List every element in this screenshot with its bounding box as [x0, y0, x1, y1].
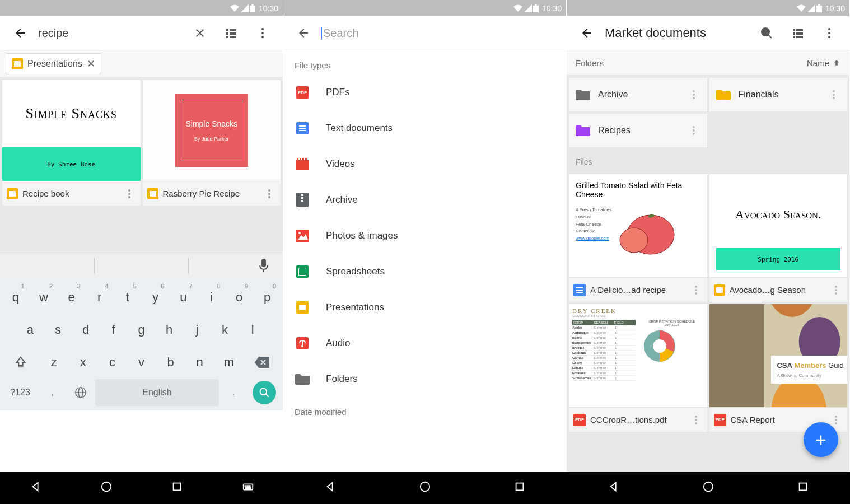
filetype-archive[interactable]: Archive: [283, 182, 566, 218]
view-toggle-button[interactable]: [218, 20, 245, 46]
filetype-audio[interactable]: Audio: [283, 325, 566, 361]
key-v[interactable]: v: [127, 347, 155, 378]
mic-button[interactable]: [253, 255, 275, 277]
key-j[interactable]: j: [184, 314, 211, 346]
filetype-folders[interactable]: Folders: [283, 361, 566, 397]
key-i[interactable]: i8: [198, 282, 225, 313]
backspace-key[interactable]: [244, 347, 281, 378]
nav-recent[interactable]: [797, 480, 809, 495]
key-h[interactable]: h: [156, 314, 183, 346]
item-overflow[interactable]: [687, 88, 700, 101]
filetype-icon: [295, 192, 310, 208]
status-bar: 10:30: [0, 0, 283, 16]
key-l[interactable]: l: [239, 314, 266, 346]
item-overflow[interactable]: [689, 283, 703, 297]
chip-remove[interactable]: ✕: [87, 58, 95, 70]
filetype-text-documents[interactable]: Text documents: [283, 110, 566, 146]
key-y[interactable]: y6: [142, 282, 169, 313]
back-button[interactable]: [7, 20, 34, 46]
back-button[interactable]: [290, 20, 317, 46]
nav-back[interactable]: [29, 480, 41, 495]
spacebar[interactable]: English: [95, 379, 219, 406]
nav-home[interactable]: [100, 480, 113, 495]
item-overflow[interactable]: [123, 187, 136, 200]
item-overflow[interactable]: [263, 187, 276, 200]
key-c[interactable]: c: [98, 347, 126, 378]
result-card[interactable]: Simple Snacks By Shree Bose Recipe book: [2, 80, 141, 206]
nav-keyboard-icon[interactable]: [242, 480, 254, 495]
back-button[interactable]: [573, 20, 600, 46]
item-overflow[interactable]: [827, 88, 840, 101]
key-k[interactable]: k: [212, 314, 239, 346]
language-key[interactable]: [67, 379, 94, 406]
filetype-presentations[interactable]: Presentations: [283, 290, 566, 325]
key-u[interactable]: u7: [170, 282, 197, 313]
key-e[interactable]: e3: [58, 282, 85, 313]
key-d[interactable]: d: [72, 314, 99, 346]
filter-chip-presentations[interactable]: Presentations ✕: [6, 53, 101, 74]
file-card[interactable]: CSA Members GuidA Growing CommunityPDFCS…: [709, 304, 848, 432]
search-button[interactable]: [753, 20, 780, 46]
file-card[interactable]: Grilled Tomato Salad with Feta Cheese4 F…: [569, 174, 707, 302]
nav-recent[interactable]: [513, 480, 526, 495]
key-a[interactable]: a: [17, 314, 44, 346]
result-card[interactable]: Simple SnacksBy Jude Parker Rasberry Pie…: [143, 80, 281, 206]
comma-key[interactable]: ,: [39, 379, 66, 406]
svg-point-9: [268, 193, 270, 195]
key-n[interactable]: n: [186, 347, 214, 378]
key-z[interactable]: z: [40, 347, 68, 378]
svg-point-57: [835, 292, 837, 295]
svg-point-51: [620, 228, 648, 253]
key-q[interactable]: q1: [2, 282, 29, 313]
period-key[interactable]: .: [220, 379, 247, 406]
overflow-button[interactable]: [816, 20, 843, 46]
view-toggle-button[interactable]: [784, 20, 811, 46]
key-r[interactable]: r4: [86, 282, 113, 313]
key-f[interactable]: f: [100, 314, 127, 346]
fab-create[interactable]: +: [804, 422, 838, 457]
key-w[interactable]: w2: [30, 282, 57, 313]
clear-button[interactable]: [186, 20, 213, 46]
pdf-icon: PDF: [573, 414, 586, 426]
overflow-button[interactable]: [249, 20, 276, 46]
filetype-spreadsheets[interactable]: Spreadsheets: [283, 254, 566, 290]
symbols-key[interactable]: ?123: [2, 379, 38, 406]
file-card[interactable]: DRY CREEKCOMMUNITY FARMSCROPSEASONFIELDA…: [569, 304, 707, 432]
file-card[interactable]: Avocado Season.Spring 2016Avocado…g Seas…: [709, 174, 848, 302]
key-t[interactable]: t5: [114, 282, 141, 313]
svg-rect-29: [301, 200, 303, 202]
filetype-photos-images[interactable]: Photos & images: [283, 218, 566, 254]
search-appbar: [0, 16, 283, 50]
filetype-pdfs[interactable]: PDFPDFs: [283, 74, 566, 110]
search-input[interactable]: [38, 27, 182, 40]
item-overflow[interactable]: [829, 283, 843, 297]
key-x[interactable]: x: [69, 347, 97, 378]
key-o[interactable]: o9: [226, 282, 253, 313]
item-overflow[interactable]: [829, 413, 843, 427]
sort-button[interactable]: Name: [807, 58, 840, 68]
key-s[interactable]: s: [45, 314, 72, 346]
svg-point-70: [102, 482, 111, 492]
svg-point-45: [833, 94, 835, 96]
folder-card[interactable]: Archive: [569, 78, 707, 111]
nav-recent[interactable]: [171, 480, 183, 495]
search-input[interactable]: [321, 27, 559, 40]
folder-card[interactable]: Recipes: [569, 114, 707, 147]
folder-card[interactable]: Financials: [709, 78, 848, 111]
nav-back[interactable]: [608, 480, 620, 495]
svg-rect-11: [261, 259, 266, 267]
nav-home[interactable]: [419, 480, 431, 495]
filetype-videos[interactable]: Videos: [283, 146, 566, 182]
key-b[interactable]: b: [157, 347, 185, 378]
nav-home[interactable]: [702, 480, 714, 495]
key-m[interactable]: m: [215, 347, 243, 378]
key-p[interactable]: p0: [254, 282, 281, 313]
item-overflow[interactable]: [689, 413, 703, 427]
key-g[interactable]: g: [128, 314, 155, 346]
nav-back[interactable]: [324, 480, 337, 495]
item-overflow[interactable]: [687, 124, 700, 137]
battery-icon: [250, 4, 255, 12]
svg-rect-71: [174, 483, 181, 491]
shift-key[interactable]: [2, 347, 39, 378]
search-key[interactable]: [248, 379, 281, 406]
